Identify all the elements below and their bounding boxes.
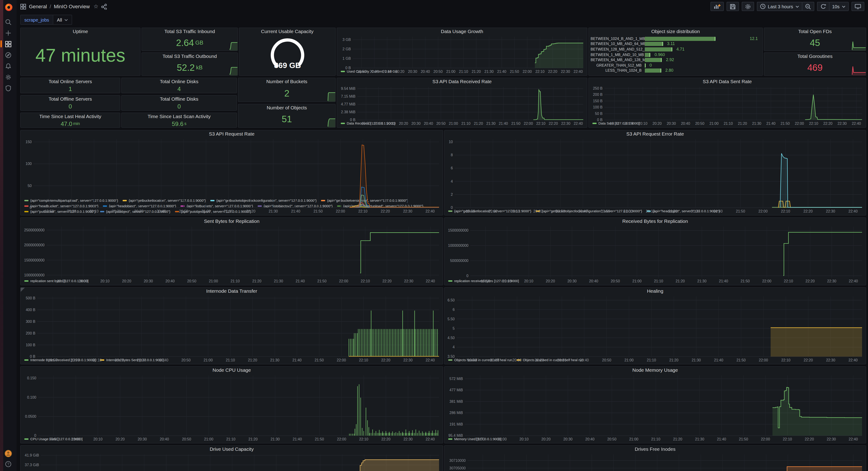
svg-text:20:00: 20:00 — [67, 209, 76, 213]
chart-s3-api-request-error-rate[interactable]: 19:5020:0020:1020:2020:3020:4020:5021:00… — [444, 138, 866, 209]
kiosk-mode-button[interactable] — [851, 2, 864, 11]
chart-healing[interactable]: 19:5020:0020:1020:2020:3020:4020:5021:00… — [444, 295, 866, 357]
panel-title[interactable]: S3 API Data Received Rate — [337, 78, 587, 85]
svg-text:21:00: 21:00 — [202, 209, 211, 213]
panel-title[interactable]: Drive Used Capacity — [21, 446, 443, 452]
help-icon[interactable]: ? — [5, 461, 11, 467]
panel-title[interactable]: S3 API Data Sent Rate — [589, 78, 866, 85]
svg-text:4.77 MiB: 4.77 MiB — [341, 102, 355, 106]
panel-title[interactable]: Total Offline Disks — [160, 95, 198, 102]
svg-text:21:30: 21:30 — [269, 209, 278, 213]
panel-title[interactable]: Total S3 Traffic Outbound — [162, 53, 217, 60]
variable-value-dropdown[interactable]: All — [53, 15, 72, 25]
chart-data-usage-growth[interactable]: 19:5020:0020:1020:2020:3020:4020:5021:00… — [337, 35, 587, 69]
svg-text:3.50: 3.50 — [447, 354, 455, 358]
sidebar-dashboards-icon[interactable] — [2, 40, 14, 47]
bargauge-track: 2.92 — [645, 58, 759, 62]
grafana-logo-icon[interactable] — [4, 3, 13, 12]
svg-text:21:00: 21:00 — [629, 437, 639, 441]
panel-title[interactable]: Sent Bytes for Replication — [21, 218, 443, 225]
panel-title[interactable]: Uptime — [73, 28, 88, 35]
add-panel-button[interactable] — [711, 2, 724, 11]
panel-title[interactable]: S3 API Request Rate — [21, 130, 443, 138]
chart-s3-api-data-sent-rate[interactable]: 19:5020:0020:1020:2020:3020:4020:5021:00… — [589, 85, 866, 121]
chart-s3-api-data-received-rate[interactable]: 19:5020:0020:1020:2020:3020:4020:5021:00… — [337, 85, 587, 121]
user-avatar[interactable] — [5, 450, 12, 457]
sidebar-server-admin-icon[interactable] — [2, 85, 14, 91]
panel-title[interactable]: Drives Free Inodes — [444, 446, 866, 452]
save-dashboard-button[interactable] — [726, 2, 739, 11]
panel-title[interactable]: Current Usable Capacity — [239, 28, 335, 35]
svg-text:19:50: 19:50 — [466, 209, 475, 213]
time-range-picker[interactable]: Last 3 hours — [757, 2, 802, 11]
panel-title[interactable]: Received Bytes for Replication — [444, 218, 866, 225]
bargauge-value: 2.80 — [665, 68, 673, 73]
svg-text:21:30: 21:30 — [752, 121, 761, 125]
svg-text:22:20: 22:20 — [381, 209, 390, 213]
breadcrumb-page-title[interactable]: MinIO Overview — [54, 4, 90, 9]
panel-title[interactable]: Total Online Servers — [49, 78, 92, 85]
panel-title[interactable]: Total Goroutines — [798, 53, 833, 60]
svg-text:0.150: 0.150 — [27, 376, 36, 380]
zoom-out-time-button[interactable] — [802, 2, 814, 11]
panel-title[interactable]: Number of Buckets — [267, 78, 308, 85]
svg-text:22:00: 22:00 — [339, 279, 348, 283]
panel-title[interactable]: Number of Objects — [267, 104, 307, 111]
refresh-interval-picker[interactable]: 10s — [829, 2, 849, 11]
svg-text:37.3 GiB: 37.3 GiB — [25, 463, 39, 467]
chart-received-bytes-replication[interactable]: 19:5020:0020:1020:2020:3020:4020:5021:00… — [444, 225, 866, 278]
chart-internode-data-transfer[interactable]: 19:5020:0020:1020:2020:3020:4020:5021:00… — [21, 295, 443, 357]
svg-text:22:40: 22:40 — [849, 279, 858, 283]
panel-title[interactable]: Total S3 Traffic Inbound — [164, 28, 215, 35]
svg-text:21:10: 21:10 — [230, 279, 240, 283]
panel-title[interactable]: S3 API Request Error Rate — [444, 130, 866, 138]
chart-s3-api-request-rate[interactable]: 19:5020:0020:1020:2020:3020:4020:5021:00… — [21, 138, 443, 198]
panel-title[interactable]: Total Offline Servers — [49, 95, 92, 102]
svg-text:21:50: 21:50 — [736, 209, 745, 213]
svg-text:21:20: 21:20 — [248, 358, 257, 362]
panel-title[interactable]: Total Open FDs — [798, 28, 832, 35]
panel-title[interactable]: Data Usage Growth — [337, 28, 587, 35]
panel-s3-api-data-received-rate: S3 API Data Received Rate 19:5020:0020:1… — [337, 78, 587, 128]
svg-text:21:30: 21:30 — [486, 121, 496, 125]
bargauge-track: 0.960 — [645, 53, 759, 57]
svg-text:21:50: 21:50 — [315, 437, 324, 441]
svg-text:21:20: 21:20 — [738, 121, 747, 125]
chart-drives-free-inod es[interactable]: 19:5020:0020:1020:2020:3020:4020:5021:00… — [444, 452, 866, 471]
chart-sent-bytes-replication[interactable]: 19:5020:0020:1020:2020:3020:4020:5021:00… — [21, 225, 443, 278]
panel-title[interactable]: Total Online Disks — [160, 78, 198, 85]
svg-text:22:20: 22:20 — [804, 358, 813, 362]
sidebar-alerting-icon[interactable] — [2, 62, 14, 69]
svg-text:20:30: 20:30 — [567, 279, 577, 283]
svg-text:22:30: 22:30 — [403, 209, 412, 213]
dashboard-settings-button[interactable] — [742, 2, 754, 11]
panel-title[interactable]: Internode Data Transfer — [21, 288, 443, 295]
breadcrumb-section[interactable]: General — [29, 4, 47, 9]
svg-text:0.0500: 0.0500 — [25, 414, 36, 418]
svg-text:22:30: 22:30 — [826, 358, 835, 362]
panel-title[interactable]: Node CPU Usage — [21, 367, 443, 374]
svg-text:2: 2 — [451, 193, 453, 197]
sidebar-create-icon[interactable] — [2, 29, 14, 36]
sidebar-search-icon[interactable] — [2, 19, 14, 25]
chart-node-memory-usage[interactable]: 19:5020:0020:1020:2020:3020:4020:5021:00… — [444, 374, 866, 437]
panel-title[interactable]: Node Memory Usage — [444, 367, 866, 374]
variable-label[interactable]: scrape_jobs — [20, 15, 53, 25]
panel-title[interactable]: Healing — [444, 288, 866, 295]
svg-text:21:40: 21:40 — [296, 279, 305, 283]
favorite-star-icon[interactable]: ☆ — [93, 3, 98, 10]
chevron-down-icon — [64, 19, 68, 21]
svg-text:20:20: 20:20 — [652, 121, 661, 125]
svg-text:20:50: 20:50 — [602, 358, 611, 362]
sidebar-configuration-icon[interactable] — [2, 73, 14, 81]
panel-info-corner[interactable] — [21, 288, 25, 292]
share-icon[interactable] — [101, 3, 107, 9]
refresh-button[interactable] — [817, 2, 830, 11]
chart-node-cpu-usage[interactable]: 19:5020:0020:1020:2020:3020:4020:5021:00… — [21, 374, 443, 437]
panel-title[interactable]: Time Since Last Heal Activity — [39, 113, 101, 120]
sidebar-explore-icon[interactable] — [2, 52, 14, 58]
chart-drive-used-capacity[interactable]: 19:5020:0020:1020:2020:3020:4020:5021:00… — [21, 452, 443, 471]
panel-title[interactable]: Time Since Last Scan Activity — [148, 113, 211, 120]
svg-text:22:00: 22:00 — [524, 121, 533, 125]
panel-title[interactable]: Object size distribution — [589, 28, 763, 35]
